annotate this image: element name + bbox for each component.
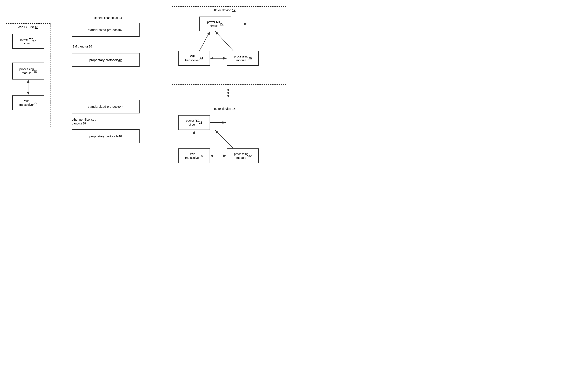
wp-tx-unit-label: WP TX unit 10 [11,25,45,29]
ellipsis-dots [227,89,229,97]
proprietary-protocols-46-box: proprietary protocols 46 [72,129,140,143]
other-band-label: other non-licensedband(s) 38 [72,118,118,125]
diagram: WP TX unit 10 power TXcircuit 16 process… [0,0,294,185]
ism-band-label: ISM band(s) 36 [72,44,110,48]
proprietary-protocols-42-box: proprietary protocols 42 [72,53,140,67]
wp-transceiver-20-box: WPtransceiver 20 [12,95,44,110]
power-rx-circuit-28-box: power RXcircuit 28 [178,115,210,130]
standardized-protocols-44-box: standardized protocols 44 [72,100,140,113]
processing-module-18-box: processingmodule 18 [12,62,44,80]
processing-module-26-box: processingmodule 26 [227,51,259,66]
power-rx-circuit-22-box: power RXcircuit 22 [200,17,231,31]
processing-module-32-box: processingmodule 32 [227,148,259,163]
wp-transceiver-24-box: WPtransceiver 24 [178,51,210,66]
control-channel-label: control channel(s) 34 [74,16,142,20]
power-tx-circuit-box: power TXcircuit 16 [12,34,44,49]
ic-device-12-label: IC or device 12 [195,8,254,12]
wp-transceiver-30-box: WPtransceiver 30 [178,148,210,163]
standardized-protocols-40-box: standardized protocols 40 [72,23,140,37]
ic-device-14-label: IC or device 14 [195,107,254,111]
